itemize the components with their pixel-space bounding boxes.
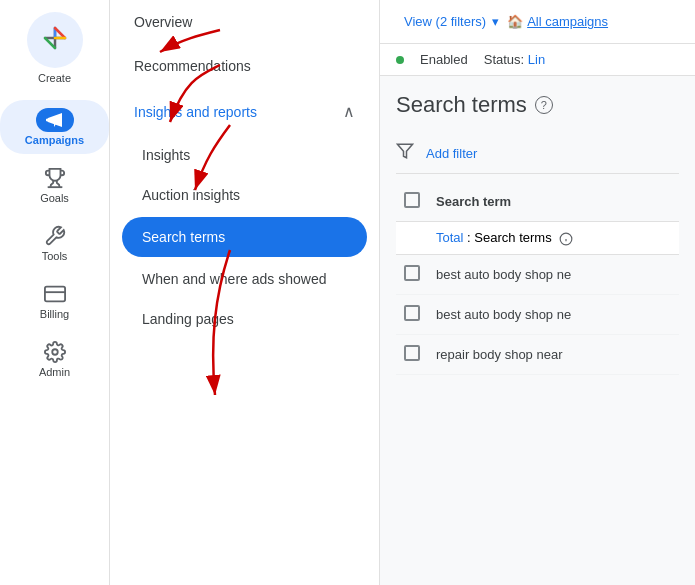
row-text-3: repair body shop near — [428, 334, 679, 374]
house-icon: 🏠 — [507, 14, 523, 29]
top-bar: View (2 filters) ▾ 🏠 All campaigns — [380, 0, 695, 44]
nav-section-insights-reports[interactable]: Insights and reports ∧ — [110, 88, 379, 135]
row-text-2: best auto body shop ne — [428, 294, 679, 334]
sidebar-item-goals[interactable]: Goals — [0, 158, 109, 212]
svg-rect-6 — [44, 287, 64, 302]
row-checkbox-1[interactable] — [404, 265, 420, 281]
admin-label: Admin — [39, 366, 70, 378]
nav-sub-landing-pages[interactable]: Landing pages — [110, 299, 379, 339]
add-filter-button[interactable]: Add filter — [426, 146, 477, 161]
svg-point-8 — [52, 349, 58, 355]
svg-line-5 — [45, 38, 55, 48]
table-row: best auto body shop ne — [396, 294, 679, 334]
nav-item-recommendations[interactable]: Recommendations — [110, 44, 379, 88]
sidebar-item-billing[interactable]: Billing — [0, 274, 109, 328]
table-header: Search term — [396, 182, 679, 222]
nav-menu: Overview Recommendations Insights and re… — [110, 0, 380, 585]
nav-sub-when-where[interactable]: When and where ads showed — [110, 259, 379, 299]
svg-marker-9 — [398, 144, 413, 158]
sidebar-item-tools[interactable]: Tools — [0, 216, 109, 270]
nav-item-overview[interactable]: Overview — [110, 0, 379, 44]
filter-icon — [396, 142, 414, 165]
billing-label: Billing — [40, 308, 69, 320]
right-panel: View (2 filters) ▾ 🏠 All campaigns Enabl… — [380, 0, 695, 585]
chevron-up-icon: ∧ — [343, 102, 355, 121]
create-button[interactable]: Create — [27, 12, 83, 84]
enabled-dot — [396, 56, 404, 64]
create-icon — [27, 12, 83, 68]
tools-icon — [43, 224, 67, 248]
search-terms-title: Search terms ? — [396, 92, 679, 118]
row-checkbox-3[interactable] — [404, 345, 420, 361]
nav-sub-insights[interactable]: Insights — [110, 135, 379, 175]
goals-icon — [43, 166, 67, 190]
row-checkbox-2[interactable] — [404, 305, 420, 321]
table-row: best auto body shop ne — [396, 254, 679, 294]
header-checkbox[interactable] — [404, 192, 420, 208]
billing-icon — [43, 282, 67, 306]
column-header-search-term: Search term — [428, 182, 679, 222]
help-icon[interactable]: ? — [535, 96, 553, 114]
sidebar-item-campaigns[interactable]: Campaigns — [0, 100, 109, 154]
total-label: Total — [436, 230, 463, 245]
sidebar: Create Campaigns — [0, 0, 110, 585]
tools-label: Tools — [42, 250, 68, 262]
dropdown-icon: ▾ — [492, 14, 499, 29]
all-campaigns-link[interactable]: All campaigns — [527, 14, 608, 29]
svg-line-3 — [55, 28, 65, 38]
nav-sub-auction-insights[interactable]: Auction insights — [110, 175, 379, 215]
status-bar: Enabled Status: Lin — [380, 44, 695, 76]
nav-sub-search-terms[interactable]: Search terms — [122, 217, 367, 257]
campaigns-icon — [36, 108, 74, 132]
table-row: repair body shop near — [396, 334, 679, 374]
header-checkbox-cell — [396, 182, 428, 222]
main-content: Overview Recommendations Insights and re… — [110, 0, 695, 585]
view-filter-label: View (2 filters) — [404, 14, 486, 29]
row-text-1: best auto body shop ne — [428, 254, 679, 294]
create-label: Create — [38, 72, 71, 84]
total-row: Total : Search terms — [396, 222, 679, 255]
total-colon: : — [467, 230, 471, 245]
campaigns-label: Campaigns — [25, 134, 84, 146]
total-help-icon[interactable] — [559, 230, 573, 245]
sidebar-item-admin[interactable]: Admin — [0, 332, 109, 386]
goals-label: Goals — [40, 192, 69, 204]
search-terms-section: Search terms ? Add filter — [380, 76, 695, 585]
total-search-terms-value: Search terms — [474, 230, 551, 245]
filter-bar: Add filter — [396, 134, 679, 174]
status-label: Status: Lin — [484, 52, 545, 67]
status-link[interactable]: Lin — [528, 52, 545, 67]
view-filter-button[interactable]: View (2 filters) ▾ — [396, 10, 507, 33]
search-table: Search term Total : Search terms — [396, 182, 679, 375]
all-campaigns-group: 🏠 All campaigns — [507, 14, 608, 29]
admin-icon — [43, 340, 67, 364]
enabled-label: Enabled — [420, 52, 468, 67]
